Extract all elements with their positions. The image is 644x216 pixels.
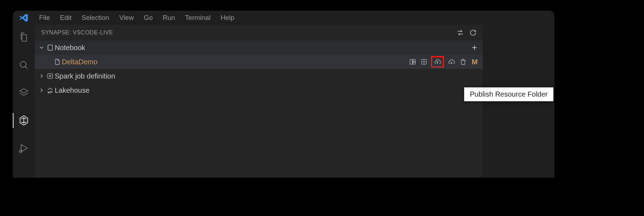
tree-item-label: DeltaDemo	[62, 58, 408, 66]
svg-rect-7	[48, 45, 53, 50]
layers-icon	[18, 87, 29, 98]
activity-synapse[interactable]	[13, 112, 35, 129]
run-debug-icon	[18, 143, 29, 153]
open-preview-icon[interactable]	[408, 58, 417, 66]
menu-go[interactable]: Go	[139, 12, 157, 23]
menu-bar: File Edit Selection View Go Run Terminal…	[13, 11, 554, 25]
chevron-right-icon	[38, 87, 45, 93]
trash-icon[interactable]	[459, 58, 467, 66]
highlight-publish-action	[431, 56, 444, 68]
tree-section-label: Notebook	[55, 44, 470, 52]
activity-explorer[interactable]	[13, 28, 35, 46]
chevron-down-icon	[38, 44, 45, 51]
plus-icon[interactable]	[470, 43, 479, 52]
editor-area	[483, 25, 554, 178]
search-icon	[18, 60, 29, 70]
svg-rect-13	[410, 59, 413, 64]
vscode-logo-icon	[18, 12, 29, 23]
lakehouse-icon	[45, 87, 55, 94]
cloud-download-icon[interactable]	[447, 58, 456, 66]
synapse-icon	[18, 115, 29, 126]
sidebar-header: SYNAPSE: VSCODE-LIVE	[35, 25, 483, 40]
upload-icon[interactable]	[420, 58, 428, 66]
menu-view[interactable]: View	[114, 12, 139, 23]
files-icon	[18, 32, 29, 43]
menu-terminal[interactable]: Terminal	[180, 12, 216, 23]
modified-badge: M	[470, 58, 479, 66]
window-body: SYNAPSE: VSCODE-LIVE	[13, 25, 554, 178]
file-icon	[53, 58, 62, 65]
sync-icon[interactable]	[456, 29, 464, 37]
svg-point-0	[20, 61, 26, 67]
activity-layers[interactable]	[13, 84, 35, 102]
menu-file[interactable]: File	[34, 12, 55, 23]
cloud-upload-icon[interactable]	[433, 58, 442, 66]
tree-item-actions: M	[408, 56, 479, 68]
tree-section-label: Spark job definition	[55, 72, 479, 80]
tree-section-spark[interactable]: Spark job definition	[35, 69, 483, 83]
menu-edit[interactable]: Edit	[55, 12, 77, 23]
svg-line-1	[25, 66, 27, 69]
activity-search[interactable]	[13, 56, 35, 74]
activity-bar	[13, 25, 35, 178]
sidebar-panel: SYNAPSE: VSCODE-LIVE	[35, 25, 483, 178]
chevron-right-icon	[38, 73, 45, 79]
tree-item-deltademo[interactable]: DeltaDemo	[35, 55, 483, 69]
svg-marker-2	[20, 89, 28, 93]
menu-run[interactable]: Run	[158, 12, 180, 23]
menu-help[interactable]: Help	[215, 12, 239, 23]
refresh-icon[interactable]	[469, 29, 477, 37]
svg-point-15	[414, 61, 415, 62]
tree-section-lakehouse[interactable]: Lakehouse	[35, 83, 483, 97]
tree-section-label: Lakehouse	[55, 86, 479, 94]
tree-section-notebook[interactable]: Notebook	[35, 40, 483, 55]
activity-run-debug[interactable]	[13, 139, 35, 157]
tree-view: Notebook DeltaDemo	[35, 40, 483, 97]
menu-selection[interactable]: Selection	[76, 12, 114, 23]
sidebar-title: SYNAPSE: VSCODE-LIVE	[41, 29, 456, 36]
tooltip-publish-resource-folder: Publish Resource Folder	[464, 87, 553, 101]
spark-icon	[45, 72, 55, 80]
notebook-icon	[45, 44, 55, 51]
vscode-window: File Edit Selection View Go Run Terminal…	[13, 11, 554, 178]
